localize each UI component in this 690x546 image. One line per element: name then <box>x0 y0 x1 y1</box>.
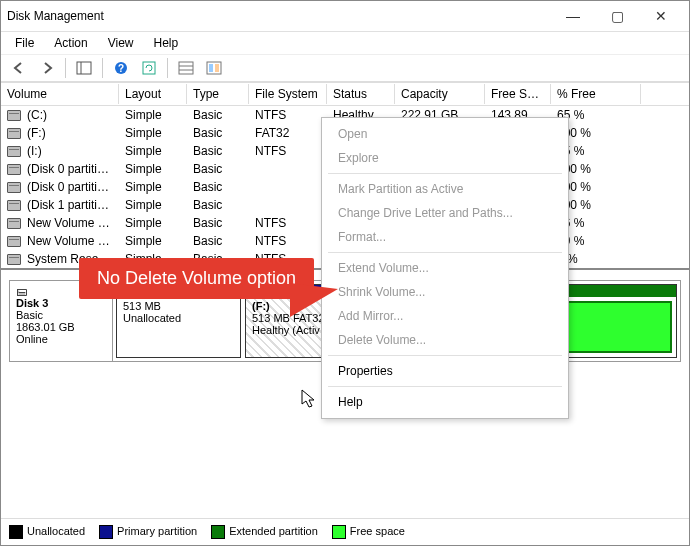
minimize-button[interactable]: — <box>551 2 595 30</box>
cell: Basic <box>187 161 249 177</box>
cell: New Volume (J:) <box>1 233 119 249</box>
legend-primary: Primary partition <box>99 525 197 539</box>
callout-text: No Delete Volume option <box>79 258 314 299</box>
ctx-explore[interactable]: Explore <box>322 146 568 170</box>
forward-button[interactable] <box>35 56 59 80</box>
cell: Simple <box>119 107 187 123</box>
menu-bar: File Action View Help <box>1 32 689 54</box>
menu-view[interactable]: View <box>100 34 142 52</box>
menu-file[interactable]: File <box>7 34 42 52</box>
ctx-help[interactable]: Help <box>322 390 568 414</box>
cell: (F:) <box>1 125 119 141</box>
ctx-shrink[interactable]: Shrink Volume... <box>322 280 568 304</box>
ctx-separator <box>328 173 562 174</box>
cell: NTFS <box>249 233 327 249</box>
cell: Simple <box>119 215 187 231</box>
cell: Basic <box>187 179 249 195</box>
svg-text:?: ? <box>118 63 124 74</box>
svg-rect-9 <box>209 64 213 72</box>
svg-rect-4 <box>143 62 155 74</box>
cell: NTFS <box>249 143 327 159</box>
cell: (C:) <box>1 107 119 123</box>
col-capacity[interactable]: Capacity <box>395 84 485 104</box>
col-status[interactable]: Status <box>327 84 395 104</box>
cell: Basic <box>187 233 249 249</box>
cell: FAT32 <box>249 125 327 141</box>
drive-icon <box>7 218 21 229</box>
cell: (Disk 1 partition 3) <box>1 197 119 213</box>
col-filesystem[interactable]: File System <box>249 84 327 104</box>
ctx-open[interactable]: Open <box>322 122 568 146</box>
cell: Basic <box>187 107 249 123</box>
toolbar-separator <box>102 58 103 78</box>
cell: Simple <box>119 197 187 213</box>
cell: NTFS <box>249 215 327 231</box>
cell: Basic <box>187 215 249 231</box>
drive-icon <box>7 146 21 157</box>
help-icon[interactable]: ? <box>109 56 133 80</box>
ctx-extend[interactable]: Extend Volume... <box>322 256 568 280</box>
mouse-cursor-icon <box>301 389 317 412</box>
ctx-separator <box>328 355 562 356</box>
drive-icon <box>7 254 21 265</box>
cell: Simple <box>119 161 187 177</box>
col-volume[interactable]: Volume <box>1 84 119 104</box>
cell: Basic <box>187 197 249 213</box>
drive-icon <box>7 110 21 121</box>
title-bar: Disk Management — ▢ ✕ <box>1 1 689 32</box>
cell: Simple <box>119 233 187 249</box>
legend-unallocated: Unallocated <box>9 525 85 539</box>
toolbar-separator <box>65 58 66 78</box>
close-button[interactable]: ✕ <box>639 2 683 30</box>
cell: Simple <box>119 179 187 195</box>
svg-rect-10 <box>215 64 219 72</box>
drive-icon <box>7 200 21 211</box>
cell: Basic <box>187 143 249 159</box>
col-type[interactable]: Type <box>187 84 249 104</box>
drive-icon <box>7 182 21 193</box>
cell <box>249 168 327 170</box>
drive-icon <box>7 128 21 139</box>
view-button[interactable] <box>72 56 96 80</box>
legend-free: Free space <box>332 525 405 539</box>
svg-rect-0 <box>77 62 91 74</box>
ctx-separator <box>328 252 562 253</box>
ctx-mark-active[interactable]: Mark Partition as Active <box>322 177 568 201</box>
toolbar-separator <box>167 58 168 78</box>
cell: (I:) <box>1 143 119 159</box>
drive-icon <box>7 164 21 175</box>
refresh-icon[interactable] <box>137 56 161 80</box>
cell: New Volume (E:) <box>1 215 119 231</box>
cell: Simple <box>119 143 187 159</box>
cell <box>249 204 327 206</box>
callout-annotation: No Delete Volume option <box>79 258 314 299</box>
ctx-separator <box>328 386 562 387</box>
drive-icon <box>7 236 21 247</box>
ctx-format[interactable]: Format... <box>322 225 568 249</box>
disk-type: Basic <box>16 309 106 321</box>
ctx-delete-volume[interactable]: Delete Volume... <box>322 328 568 352</box>
cell: Basic <box>187 125 249 141</box>
cell <box>249 186 327 188</box>
cell: (Disk 0 partition 1) <box>1 161 119 177</box>
legend: Unallocated Primary partition Extended p… <box>1 518 689 545</box>
maximize-button[interactable]: ▢ <box>595 2 639 30</box>
menu-help[interactable]: Help <box>146 34 187 52</box>
ctx-properties[interactable]: Properties <box>322 359 568 383</box>
back-button[interactable] <box>7 56 31 80</box>
column-headers: Volume Layout Type File System Status Ca… <box>1 82 689 106</box>
window-title: Disk Management <box>7 9 551 23</box>
col-free-space[interactable]: Free Spa... <box>485 84 551 104</box>
context-menu: Open Explore Mark Partition as Active Ch… <box>321 117 569 419</box>
ctx-add-mirror[interactable]: Add Mirror... <box>322 304 568 328</box>
col-pct-free[interactable]: % Free <box>551 84 641 104</box>
list-view-icon[interactable] <box>174 56 198 80</box>
ctx-change-letter[interactable]: Change Drive Letter and Paths... <box>322 201 568 225</box>
legend-extended: Extended partition <box>211 525 318 539</box>
cell: (Disk 0 partition 4) <box>1 179 119 195</box>
menu-action[interactable]: Action <box>46 34 95 52</box>
graphical-view-icon[interactable] <box>202 56 226 80</box>
col-layout[interactable]: Layout <box>119 84 187 104</box>
disk-state: Online <box>16 333 106 345</box>
cell: Simple <box>119 125 187 141</box>
